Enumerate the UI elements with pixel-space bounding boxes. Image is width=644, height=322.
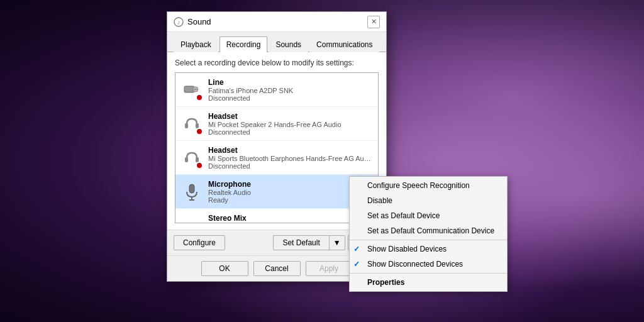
context-menu: Configure Speech Recognition Disable Set… [349, 176, 508, 292]
device-status-headset2: Disconnected [208, 162, 373, 170]
device-name-microphone: Microphone [208, 180, 365, 189]
device-sub-headset1: Mi Pocket Speaker 2 Hands-Free AG Audio [208, 121, 373, 128]
menu-check-show-disconnected: ✓ [353, 260, 362, 269]
device-item-stereo[interactable]: Stereo Mix Realtek Audio Default Device [175, 209, 378, 223]
menu-item-set-default-comm[interactable]: Set as Default Communication Device [350, 223, 507, 238]
device-icon-line [180, 79, 203, 101]
tab-communications[interactable]: Communications [309, 36, 379, 52]
device-list: Line Fatima's iPhone A2DP SNK Disconnect… [175, 72, 379, 223]
menu-label-disable: Disable [367, 196, 494, 205]
tab-bar: Playback Recording Sounds Communications [167, 32, 386, 52]
device-item-microphone[interactable]: Microphone Realtek Audio Ready [175, 175, 378, 209]
status-dot-headset1 [196, 128, 203, 135]
device-name-line: Line [208, 78, 373, 87]
device-item-headset1[interactable]: Headset Mi Pocket Speaker 2 Hands-Free A… [175, 107, 378, 141]
device-item-headset2[interactable]: Headset Mi Sports Bluetooth Earphones Ha… [175, 141, 378, 175]
svg-rect-7 [185, 157, 188, 162]
tab-sounds[interactable]: Sounds [269, 36, 308, 52]
menu-label-configure-speech: Configure Speech Recognition [367, 181, 494, 190]
svg-rect-5 [185, 123, 188, 128]
set-default-arrow-button[interactable]: ▼ [329, 235, 345, 250]
apply-button[interactable]: Apply [306, 261, 353, 276]
dialog-title: Sound [187, 17, 211, 26]
device-icon-headset2 [180, 147, 203, 169]
svg-text:♪: ♪ [177, 19, 180, 26]
device-sub-stereo: Realtek Audio [208, 223, 373, 224]
tab-playback[interactable]: Playback [174, 36, 218, 52]
cancel-button[interactable]: Cancel [253, 261, 301, 276]
menu-item-show-disabled[interactable]: ✓ Show Disabled Devices [350, 242, 507, 257]
device-name-headset1: Headset [208, 112, 373, 121]
menu-item-properties[interactable]: Properties [350, 275, 507, 290]
ok-button[interactable]: OK [201, 261, 248, 276]
device-status-headset1: Disconnected [208, 128, 373, 136]
menu-check-show-disabled: ✓ [353, 245, 362, 253]
set-default-group: Set Default ▼ [273, 235, 345, 250]
menu-item-show-disconnected[interactable]: ✓ Show Disconnected Devices [350, 257, 507, 272]
device-icon-stereo [180, 214, 203, 224]
device-sub-line: Fatima's iPhone A2DP SNK [208, 87, 373, 94]
menu-label-set-default-comm: Set as Default Communication Device [367, 226, 494, 235]
device-info-microphone: Microphone Realtek Audio Ready [208, 180, 365, 204]
device-sub-headset2: Mi Sports Bluetooth Earphones Hands-Free… [208, 155, 373, 162]
set-default-button[interactable]: Set Default [273, 235, 328, 250]
title-bar-left: ♪ Sound [174, 17, 211, 27]
close-button[interactable]: ✕ [367, 16, 380, 28]
tab-recording[interactable]: Recording [219, 36, 268, 52]
sound-icon: ♪ [174, 17, 184, 27]
device-info-stereo: Stereo Mix Realtek Audio Default Device [208, 214, 373, 224]
device-icon-microphone [180, 180, 203, 203]
menu-label-set-default: Set as Default Device [367, 211, 494, 220]
device-name-stereo: Stereo Mix [208, 214, 373, 223]
device-info-line: Line Fatima's iPhone A2DP SNK Disconnect… [208, 78, 373, 102]
device-list-wrapper: Line Fatima's iPhone A2DP SNK Disconnect… [175, 72, 379, 223]
device-icon-headset1 [180, 113, 203, 135]
menu-label-show-disconnected: Show Disconnected Devices [367, 260, 494, 269]
device-name-headset2: Headset [208, 146, 373, 155]
configure-button[interactable]: Configure [174, 235, 225, 250]
device-status-line: Disconnected [208, 94, 373, 102]
svg-rect-9 [189, 184, 194, 193]
status-dot-headset2 [196, 162, 203, 169]
device-sub-microphone: Realtek Audio [208, 189, 365, 196]
menu-separator-2 [350, 273, 507, 274]
menu-separator-1 [350, 240, 507, 240]
menu-label-show-disabled: Show Disabled Devices [367, 245, 494, 253]
device-info-headset1: Headset Mi Pocket Speaker 2 Hands-Free A… [208, 112, 373, 136]
device-info-headset2: Headset Mi Sports Bluetooth Earphones Ha… [208, 146, 373, 170]
content-description: Select a recording device below to modif… [175, 58, 379, 67]
title-bar: ♪ Sound ✕ [167, 12, 386, 32]
menu-label-properties: Properties [367, 278, 494, 287]
menu-item-set-default[interactable]: Set as Default Device [350, 208, 507, 223]
device-status-microphone: Ready [208, 196, 365, 204]
status-dot-line [196, 94, 203, 101]
device-item-line[interactable]: Line Fatima's iPhone A2DP SNK Disconnect… [175, 73, 378, 107]
menu-item-configure-speech[interactable]: Configure Speech Recognition [350, 178, 507, 193]
menu-item-disable[interactable]: Disable [350, 193, 507, 208]
